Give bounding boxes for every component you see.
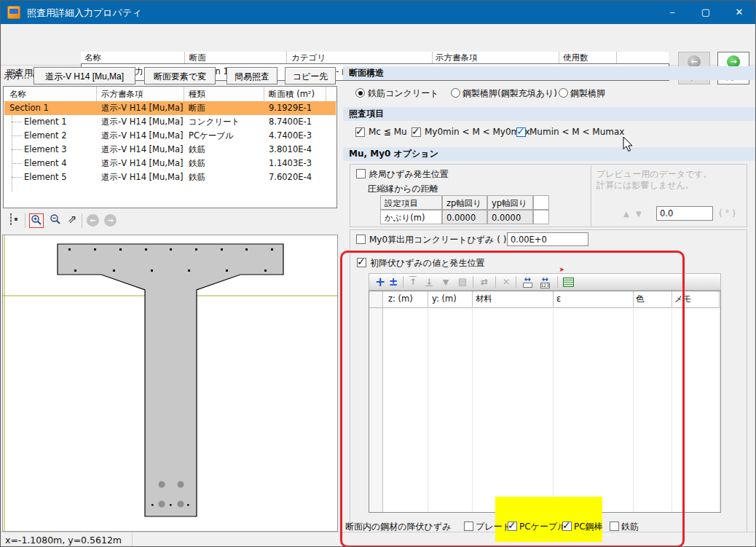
section-structure-header: 断面構造 — [343, 66, 755, 80]
angle-unit-label: ( ° ) — [719, 208, 736, 219]
table-row-element[interactable]: Element 2 道示-V H14 [Mu,Ma] PCケーブル 4.7400… — [4, 129, 336, 143]
window-title: 照査用詳細入力プロパティ — [27, 7, 142, 20]
tree-connector — [12, 177, 22, 178]
canvas-toolbar — [3, 210, 337, 233]
preview-note-line2: 計算には影響しません。 — [596, 179, 694, 192]
spec-truncated-label: 示方... — [4, 70, 29, 82]
section-canvas[interactable] — [2, 235, 338, 532]
angle-input[interactable]: 0.0 — [656, 206, 713, 221]
table-row-element[interactable]: Element 1 道示-V H14 [Mu,Ma] コンクリート 8.7400… — [4, 115, 336, 129]
mu-my0-options-header: Mu, My0 オプション — [343, 147, 755, 161]
cross-section-drawing — [3, 235, 337, 531]
my0-strain-checkbox[interactable] — [356, 235, 366, 244]
close-button[interactable] — [722, 1, 756, 24]
tree-connector — [12, 122, 22, 123]
annotation-red-box — [340, 251, 685, 547]
top-form: 照査用詳細入力： 名称 断面 カテゴリ 示方書条項 使用数 照査用詳細入力1 S… — [1, 24, 756, 66]
mouse-cursor — [621, 136, 636, 152]
tree-connector — [12, 135, 22, 137]
radio-steel-pier-filled[interactable] — [451, 88, 460, 98]
table-row-section[interactable]: Section 1 道示-V H14 [Mu,Ma] 断面 9.1929E-1 — [4, 101, 336, 115]
angle-down-icon[interactable]: ▼ — [636, 210, 642, 218]
elements-table: 名称 示方書条項 種類 断面積 (m²) Section 1 道示-V H14 … — [3, 86, 337, 208]
elements-table-header: 名称 示方書条項 種類 断面積 (m²) — [4, 87, 336, 102]
col-header-usecount: 使用数 — [563, 52, 588, 63]
col-header-spec: 示方書条項 — [436, 52, 478, 63]
minimize-button[interactable] — [655, 1, 689, 24]
cover-zp-value[interactable]: 0.0000 — [442, 210, 487, 224]
titlebar: 照査用詳細入力プロパティ — [1, 1, 755, 24]
cover-distance-label: 圧縮縁からの距離 — [368, 183, 438, 195]
col-header-category: カテゴリ — [291, 52, 326, 63]
radio-steel-pier[interactable] — [559, 88, 568, 98]
check-items-header: 照査項目 — [343, 107, 755, 121]
table-row-element[interactable]: Element 3 道示-V H14 [Mu,Ma] 鉄筋 3.8010E-4 — [4, 143, 336, 157]
tree-connector — [12, 149, 22, 151]
dialog-window: 照査用詳細入力プロパティ 照査用詳細入力： 名称 断面 カテゴリ 示方書条項 使… — [0, 0, 756, 547]
maximize-button[interactable] — [689, 1, 722, 24]
tree-connector — [12, 163, 22, 165]
cover-yp-value[interactable]: 0.0000 — [487, 210, 533, 224]
app-icon — [7, 6, 20, 19]
spec-button[interactable]: 道示-V H14 [Mu,Ma] — [34, 67, 135, 84]
status-coordinates: x=-1.1080m, y=0.5612m — [5, 535, 122, 546]
check-my0-range[interactable] — [412, 127, 421, 137]
col-header-name: 名称 — [84, 52, 101, 63]
copy-to-button[interactable]: コピー先 — [285, 67, 336, 84]
check-mu-range[interactable] — [516, 127, 526, 137]
change-by-element-button[interactable]: 断面要素で変更 — [144, 67, 216, 84]
angle-up-icon[interactable]: ▲ — [623, 210, 629, 218]
pan-arrow-icon[interactable] — [68, 213, 77, 226]
tree-connector — [12, 116, 13, 192]
radio-reinforced-concrete[interactable] — [355, 88, 365, 98]
fit-view-icon[interactable] — [10, 213, 12, 225]
view-back-icon[interactable] — [87, 214, 99, 227]
view-forward-icon[interactable] — [104, 214, 117, 227]
table-row-element[interactable]: Element 5 道示-V H14 [Mu,Ma] 鉄筋 7.6020E-4 — [4, 170, 336, 184]
simple-check-button[interactable]: 簡易照査 — [227, 67, 277, 84]
col-header-section: 断面 — [189, 52, 206, 63]
ultimate-strain-checkbox[interactable] — [356, 169, 366, 178]
table-row-element[interactable]: Element 4 道示-V H14 [Mu,Ma] 鉄筋 1.1403E-3 — [4, 157, 336, 170]
my0-strain-input[interactable]: 0.00E+0 — [507, 232, 588, 246]
check-mc-mu[interactable] — [355, 127, 365, 137]
zoom-in-icon[interactable] — [29, 213, 44, 228]
zoom-out-icon[interactable] — [48, 213, 63, 228]
